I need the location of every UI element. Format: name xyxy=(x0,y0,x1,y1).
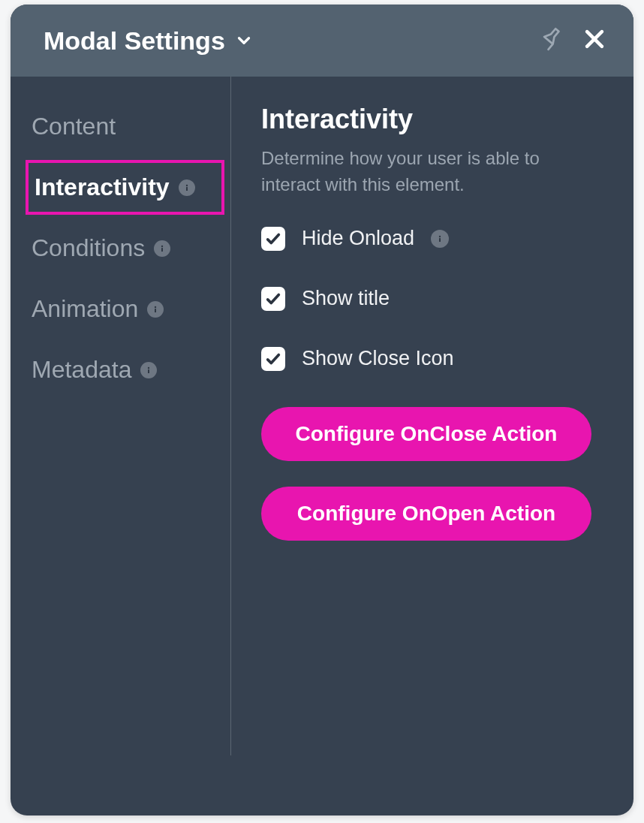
sidebar-item-conditions[interactable]: Conditions xyxy=(11,221,230,276)
checkbox-label: Hide Onload xyxy=(302,227,414,250)
info-icon[interactable] xyxy=(431,230,449,248)
configure-onopen-button[interactable]: Configure OnOpen Action xyxy=(261,487,591,541)
svg-rect-9 xyxy=(148,369,149,373)
sidebar-item-label: Interactivity xyxy=(35,173,170,201)
section-title: Interactivity xyxy=(261,104,603,135)
sidebar: Content Interactivity Conditions Animati… xyxy=(11,77,231,755)
sidebar-item-label: Animation xyxy=(32,295,138,323)
pin-button[interactable] xyxy=(534,23,570,59)
info-icon[interactable] xyxy=(179,179,195,196)
sidebar-item-animation[interactable]: Animation xyxy=(11,282,230,336)
section-description: Determine how your user is able to inter… xyxy=(261,146,576,198)
checkbox-label: Show Close Icon xyxy=(302,347,454,370)
svg-point-8 xyxy=(148,366,149,368)
sidebar-item-label: Conditions xyxy=(32,234,145,262)
sidebar-item-content[interactable]: Content xyxy=(11,99,230,154)
sidebar-item-label: Content xyxy=(32,113,116,140)
svg-point-2 xyxy=(185,184,187,185)
content-area: Interactivity Determine how your user is… xyxy=(231,77,633,815)
svg-rect-7 xyxy=(155,309,156,312)
svg-point-4 xyxy=(161,245,163,246)
panel-header: Modal Settings xyxy=(11,5,633,77)
sidebar-item-label: Metadata xyxy=(32,356,131,384)
info-icon[interactable] xyxy=(154,240,170,257)
sidebar-item-metadata[interactable]: Metadata xyxy=(11,342,230,397)
svg-point-10 xyxy=(439,235,441,237)
panel-body: Content Interactivity Conditions Animati… xyxy=(11,77,633,815)
checkbox-hide-onload[interactable] xyxy=(261,227,285,251)
svg-rect-5 xyxy=(161,248,163,252)
svg-point-6 xyxy=(155,306,156,307)
close-icon xyxy=(582,26,607,55)
settings-panel: Modal Settings Content Interact xyxy=(11,5,633,815)
pin-icon xyxy=(540,27,564,54)
svg-rect-3 xyxy=(186,187,188,191)
chevron-down-icon xyxy=(234,31,254,50)
info-icon[interactable] xyxy=(140,362,157,378)
checkbox-row-hide-onload: Hide Onload xyxy=(261,227,603,251)
checkbox-show-close-icon[interactable] xyxy=(261,347,285,371)
configure-onclose-button[interactable]: Configure OnClose Action xyxy=(261,407,591,461)
panel-title-text: Modal Settings xyxy=(44,26,225,56)
panel-title-dropdown[interactable]: Modal Settings xyxy=(44,26,254,56)
sidebar-item-interactivity[interactable]: Interactivity xyxy=(26,160,224,215)
checkbox-show-title[interactable] xyxy=(261,287,285,311)
checkbox-row-show-title: Show title xyxy=(261,287,603,311)
svg-rect-11 xyxy=(439,238,441,242)
checkbox-row-show-close-icon: Show Close Icon xyxy=(261,347,603,371)
checkbox-label: Show title xyxy=(302,287,390,310)
info-icon[interactable] xyxy=(147,301,164,318)
close-button[interactable] xyxy=(576,23,612,59)
